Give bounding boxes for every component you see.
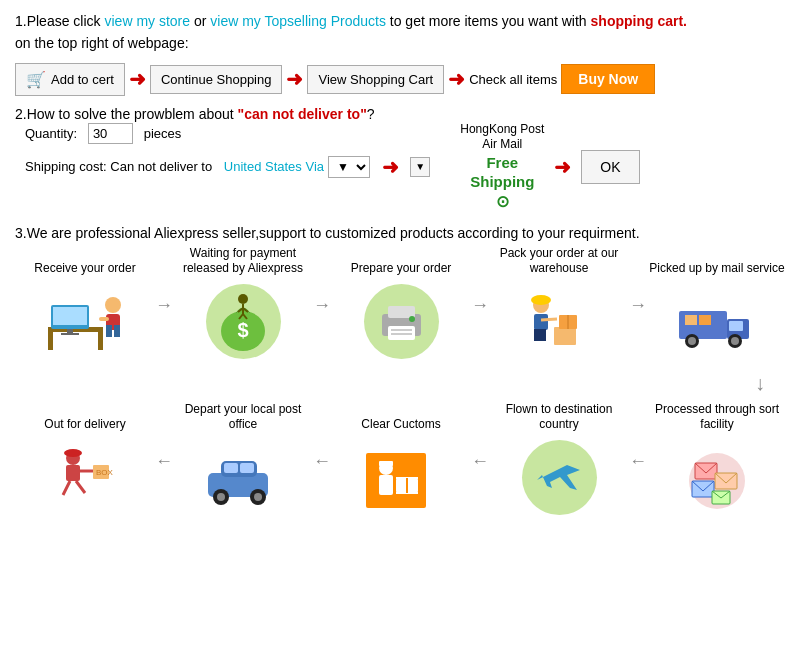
person-computer-svg: [43, 287, 128, 357]
step3-icon: [356, 282, 446, 362]
step4-label: Pack your order at our warehouse: [489, 241, 629, 277]
step8-label: Clear Cuctoms: [361, 397, 440, 433]
via-link[interactable]: United States Via: [224, 155, 324, 178]
svg-point-59: [254, 493, 262, 501]
svg-rect-67: [379, 461, 393, 466]
ok-button[interactable]: OK: [581, 150, 639, 184]
step6-icon: [672, 438, 762, 518]
arrow-step3-4: →: [471, 295, 489, 316]
shipping-right-panel: HongKong Post Air Mail Free Shipping ⊙ ➜…: [460, 122, 639, 213]
hongkong-label-line1: HongKong Post: [460, 122, 544, 138]
arrow-2: ➜: [286, 67, 303, 91]
shopping-steps-row: 🛒 Add to cert ➜ Continue Shopping ➜ View…: [15, 63, 785, 96]
svg-rect-46: [66, 465, 80, 481]
small-dropdown[interactable]: ▼: [410, 157, 430, 177]
view-store-link[interactable]: view my store: [104, 13, 190, 29]
step-customs: Clear Cuctoms: [331, 397, 471, 518]
shipping-left-panel: Quantity: pieces Shipping cost: Can not …: [25, 122, 430, 185]
money-bag-svg: $: [216, 289, 271, 354]
arrow-row2-3: ←: [471, 451, 489, 472]
process-row-1: Receive your order: [15, 241, 785, 362]
svg-rect-1: [48, 332, 53, 350]
svg-point-14: [238, 294, 248, 304]
section-2: 2.How to solve the prowblem about "can n…: [15, 106, 785, 213]
svg-rect-4: [53, 307, 87, 325]
svg-text:BOX: BOX: [96, 468, 114, 477]
vertical-arrow: ↓: [15, 372, 785, 395]
shopping-cart-highlight: shopping cart.: [591, 13, 687, 29]
svg-rect-55: [240, 463, 254, 473]
check-all-items-text: Check all items: [469, 72, 557, 87]
section-3: 3.We are professional Aliexpress seller,…: [15, 225, 785, 528]
svg-rect-62: [379, 475, 393, 495]
step-payment: Waiting for payment released by Aliexpre…: [173, 241, 313, 362]
step-flown: Flown to destination country: [489, 397, 629, 518]
step9-label: Depart your local post office: [173, 397, 313, 433]
sort-facility-svg: [677, 443, 757, 513]
process-row-2: Out for delivery BOX: [15, 397, 785, 518]
svg-line-31: [541, 319, 557, 320]
step10-label: Out for delivery: [44, 397, 125, 433]
printer-svg: [374, 294, 429, 349]
shipping-cost-label: Shipping cost: Can not deliver to: [25, 155, 212, 178]
svg-rect-6: [61, 333, 79, 335]
money-bag-circle: $: [206, 284, 281, 359]
step-sort: Processed through sort facility: [647, 397, 787, 518]
svg-rect-11: [99, 317, 109, 321]
step-prepare: Prepare your order: [331, 241, 471, 362]
svg-rect-30: [534, 314, 548, 330]
svg-rect-10: [114, 325, 120, 337]
free-shipping-text: Free Shipping ⊙: [460, 153, 544, 213]
step-depart-post: Depart your local post office: [173, 397, 313, 518]
quantity-label: Quantity:: [25, 126, 77, 141]
buy-now-label: Buy Now: [578, 71, 638, 87]
airplane-circle: [522, 440, 597, 515]
section1-intro: 1.Please click view my store or view my …: [15, 10, 785, 32]
step-receive-order: Receive your order: [15, 241, 155, 362]
step5-label: Picked up by mail service: [649, 241, 784, 277]
cannot-deliver-highlight: "can not deliver to": [238, 106, 367, 122]
step-pickup: Picked up by mail service: [647, 241, 787, 362]
add-to-cert-button[interactable]: 🛒 Add to cert: [15, 63, 125, 96]
svg-point-41: [731, 337, 739, 345]
step4-icon: [514, 282, 604, 362]
svg-point-25: [409, 316, 415, 322]
step1-label: Receive your order: [34, 241, 135, 277]
arrow-1: ➜: [129, 67, 146, 91]
step-pack: Pack your order at our warehouse: [489, 241, 629, 362]
svg-rect-2: [98, 332, 103, 350]
step-out-delivery: Out for delivery BOX: [15, 397, 155, 518]
svg-point-45: [64, 449, 82, 457]
step6-label: Processed through sort facility: [647, 397, 787, 433]
svg-rect-37: [729, 321, 743, 331]
shipping-dropdown[interactable]: ▼: [328, 156, 370, 178]
view-topselling-link[interactable]: view my Topselling Products: [210, 13, 386, 29]
svg-text:$: $: [237, 319, 248, 341]
quantity-row: Quantity: pieces: [25, 122, 430, 145]
pieces-label: pieces: [144, 126, 182, 141]
worker-boxes-svg: [519, 287, 599, 357]
buy-now-button[interactable]: Buy Now: [561, 64, 655, 94]
section3-title: 3.We are professional Aliexpress seller,…: [15, 225, 785, 241]
quantity-input[interactable]: [88, 123, 133, 144]
arrow-row2-1: ←: [155, 451, 173, 472]
shipping-area: Quantity: pieces Shipping cost: Can not …: [25, 122, 785, 213]
process-container: Receive your order: [15, 241, 785, 528]
svg-rect-26: [554, 327, 576, 345]
svg-rect-32: [534, 329, 540, 341]
arrow-step2-3: →: [313, 295, 331, 316]
printer-circle: [364, 284, 439, 359]
arrow-ok: ➜: [554, 155, 571, 179]
view-cart-button[interactable]: View Shopping Cart: [307, 65, 444, 94]
airplane-svg: [532, 450, 587, 505]
customs-svg: [361, 443, 441, 513]
svg-line-51: [76, 481, 85, 493]
svg-point-34: [531, 295, 551, 305]
step10-icon: BOX: [40, 438, 130, 518]
svg-rect-33: [540, 329, 546, 341]
arrow-ship: ➜: [382, 149, 399, 185]
svg-rect-43: [699, 315, 711, 325]
svg-rect-5: [67, 329, 73, 333]
step2-label: Waiting for payment released by Aliexpre…: [173, 241, 313, 277]
continue-shopping-button[interactable]: Continue Shopping: [150, 65, 283, 94]
